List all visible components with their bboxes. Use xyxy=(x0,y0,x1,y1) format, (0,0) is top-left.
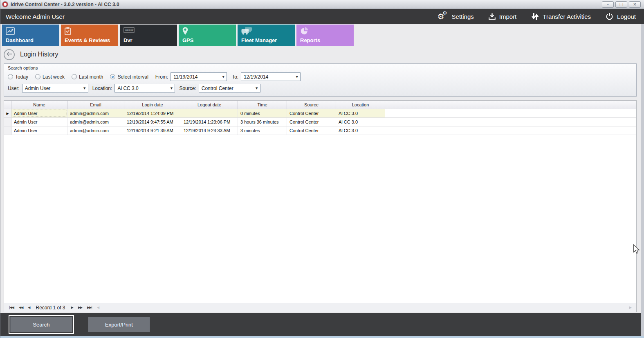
window-bottom-border xyxy=(0,336,644,338)
source-combo[interactable]: Control Center ▼ xyxy=(199,84,260,92)
minimize-button[interactable]: – xyxy=(602,1,614,8)
location-value: Al CC 3.0 xyxy=(117,86,138,91)
from-label: From: xyxy=(155,74,168,80)
back-arrow-icon xyxy=(7,51,12,58)
location-label: Location: xyxy=(92,86,112,91)
grid-header: NameEmailLogin dateLogout dateTimeSource… xyxy=(4,101,636,109)
radio-last-month[interactable]: Last month xyxy=(72,74,103,80)
table-row[interactable]: Admin Useradmin@admin.com12/19/2014 9:21… xyxy=(4,126,636,135)
pager-next-icon[interactable]: ▶ xyxy=(69,306,76,309)
tile-label: Dashboard xyxy=(6,37,34,43)
login-history-grid: NameEmailLogin dateLogout dateTimeSource… xyxy=(4,100,637,312)
cell-location[interactable]: Al CC 3.0 xyxy=(336,118,385,126)
close-button[interactable]: × xyxy=(629,1,641,8)
transfer-arrows-icon xyxy=(531,13,539,20)
clipboard-icon xyxy=(65,27,71,37)
export-print-button[interactable]: Export/Print xyxy=(88,317,150,332)
user-combo[interactable]: Admin User ▼ xyxy=(22,84,88,92)
pager-fast-prev-icon[interactable]: ◀◀ xyxy=(16,306,25,309)
pager-scroll-right-icon[interactable]: ▶ xyxy=(627,306,634,309)
topbar-action-logout[interactable]: Logout xyxy=(606,13,636,20)
cell-source[interactable]: Control Center xyxy=(287,126,336,135)
cell-login-date[interactable]: 12/19/2014 1:24:09 PM xyxy=(124,109,181,117)
pager-fast-next-icon[interactable]: ▶▶ xyxy=(76,306,85,309)
pager-scroll-left-icon[interactable]: ◀ xyxy=(94,306,101,309)
cell-time[interactable]: 3 minutes xyxy=(238,126,287,135)
grid-empty-area xyxy=(4,135,636,303)
cell-time[interactable]: 0 minutes xyxy=(238,109,287,117)
topbar-action-settings[interactable]: ⚙⚙Settings xyxy=(438,12,474,21)
tile-events-reviews[interactable]: Events & Reviews xyxy=(61,25,118,46)
cell-email[interactable]: admin@admin.com xyxy=(67,126,124,135)
column-header-logout-date[interactable]: Logout date xyxy=(181,101,238,109)
row-indicator-cell xyxy=(4,126,11,135)
location-combo[interactable]: Al CC 3.0 ▼ xyxy=(114,84,175,92)
cell-location[interactable]: Al CC 3.0 xyxy=(336,126,385,135)
column-header-filler xyxy=(385,101,636,109)
radio-group-interval: TodayLast weekLast monthSelect interval xyxy=(8,74,155,80)
pager-last-icon[interactable]: ▶▶| xyxy=(85,306,94,309)
cell-name[interactable]: Admin User xyxy=(11,109,67,117)
back-button[interactable] xyxy=(4,49,15,60)
pager-prev-icon[interactable]: ◀ xyxy=(25,306,32,309)
search-row-interval: TodayLast weekLast monthSelect interval … xyxy=(4,71,636,82)
topbar: Welcome Admin User ⚙⚙SettingsImportTrans… xyxy=(0,9,644,24)
to-date-combo[interactable]: 12/19/2014 ▼ xyxy=(241,72,301,81)
maximize-button[interactable]: □ xyxy=(615,1,627,8)
topbar-action-transfer-activities[interactable]: Transfer Activities xyxy=(531,13,591,20)
tile-label: Fleet Manager xyxy=(241,37,277,43)
pager-first-icon[interactable]: |◀◀ xyxy=(7,306,16,309)
page-title: Login History xyxy=(20,51,58,58)
search-button[interactable]: Search xyxy=(10,317,72,332)
from-date-combo[interactable]: 11/19/2014 ▼ xyxy=(171,72,227,81)
radio-button-icon xyxy=(110,74,115,79)
cell-login-date[interactable]: 12/19/2014 9:21:39 AM xyxy=(124,126,181,135)
radio-label: Last month xyxy=(79,74,103,80)
cell-name[interactable]: Admin User xyxy=(11,118,67,126)
cell-logout-date[interactable] xyxy=(181,109,238,117)
column-header-email[interactable]: Email xyxy=(67,101,124,109)
tile-label: GPS xyxy=(182,37,193,43)
search-options-title: Search options xyxy=(4,64,636,71)
column-header-source[interactable]: Source xyxy=(287,101,336,109)
chevron-down-icon: ▼ xyxy=(254,87,260,90)
topbar-action-import[interactable]: Import xyxy=(489,13,517,20)
source-label: Source: xyxy=(179,86,196,91)
radio-today[interactable]: Today xyxy=(8,74,28,80)
table-row[interactable]: Admin Useradmin@admin.com12/19/2014 9:47… xyxy=(4,118,636,126)
column-header-login-date[interactable]: Login date xyxy=(124,101,181,109)
tile-dvr[interactable]: MERGEDvr xyxy=(120,25,177,46)
dvr-icon: MERGE xyxy=(123,27,135,35)
topbar-action-label: Import xyxy=(499,13,517,20)
tile-fleet-manager[interactable]: Fleet Manager xyxy=(238,25,295,46)
welcome-text: Welcome Admin User xyxy=(0,13,65,20)
cell-name[interactable]: Admin User xyxy=(11,126,67,135)
source-value: Control Center xyxy=(202,86,233,91)
topbar-action-label: Logout xyxy=(617,13,636,20)
cell-logout-date[interactable]: 12/19/2014 1:23:06 PM xyxy=(181,118,238,126)
cell-email[interactable]: admin@admin.com xyxy=(67,109,124,117)
tile-gps[interactable]: GPS xyxy=(179,25,236,46)
cell-location[interactable]: Al CC 3.0 xyxy=(336,109,385,117)
column-header-time[interactable]: Time xyxy=(238,101,287,109)
column-header-location[interactable]: Location xyxy=(336,101,385,109)
radio-last-week[interactable]: Last week xyxy=(35,74,65,80)
radio-select-interval[interactable]: Select interval xyxy=(110,74,148,80)
radio-label: Select interval xyxy=(117,74,148,80)
cell-login-date[interactable]: 12/19/2014 9:47:55 AM xyxy=(124,118,181,126)
radio-button-icon xyxy=(35,74,40,79)
tile-reports[interactable]: Reports xyxy=(296,25,354,46)
search-row-filters: User: Admin User ▼ Location: Al CC 3.0 ▼… xyxy=(4,83,636,94)
cell-logout-date[interactable]: 12/19/2014 9:24:33 AM xyxy=(181,126,238,135)
tile-dashboard[interactable]: Dashboard xyxy=(2,25,59,46)
chevron-down-icon: ▼ xyxy=(81,87,88,90)
footer-bar: SearchExport/Print xyxy=(0,313,641,336)
titlebar: Idrive Control Center - 3.0.2 version - … xyxy=(0,0,644,9)
cell-time[interactable]: 3 hours 36 minutes xyxy=(238,118,287,126)
column-header-name[interactable]: Name xyxy=(11,101,67,109)
radio-button-icon xyxy=(72,74,77,79)
table-row[interactable]: ▶Admin Useradmin@admin.com12/19/2014 1:2… xyxy=(4,109,636,118)
cell-source[interactable]: Control Center xyxy=(287,109,336,117)
cell-source[interactable]: Control Center xyxy=(287,118,336,126)
cell-email[interactable]: admin@admin.com xyxy=(67,118,124,126)
